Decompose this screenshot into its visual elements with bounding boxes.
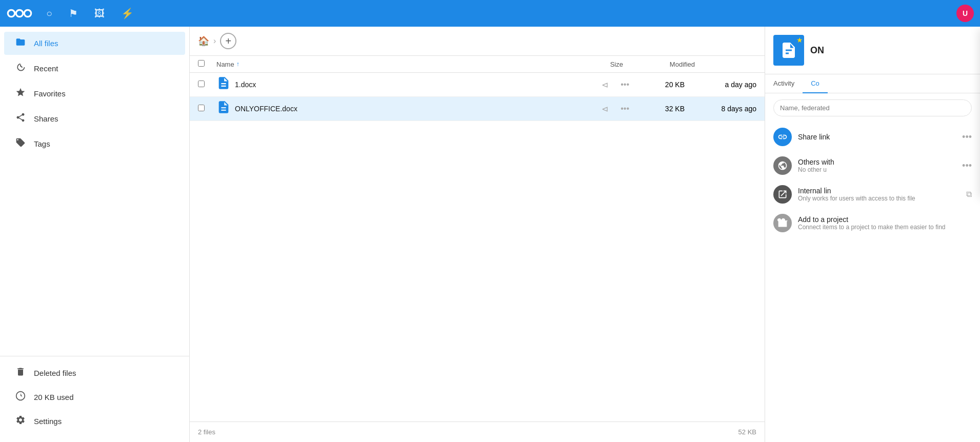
add-to-project-item[interactable]: Add to a project Connect items to a proj… bbox=[765, 209, 980, 237]
internal-link-item[interactable]: Internal lin Only works for users with a… bbox=[765, 180, 980, 209]
sidebar-item-all-files[interactable]: All files bbox=[4, 32, 185, 55]
breadcrumb: 🏠 › + bbox=[190, 27, 765, 56]
flag-icon[interactable]: ⚑ bbox=[66, 4, 81, 23]
others-icon bbox=[773, 156, 792, 175]
share-link-item[interactable]: Share link ••• bbox=[765, 123, 980, 151]
share-search-input[interactable] bbox=[773, 99, 972, 116]
file-onlyoffice-name: ONLYOFFICE.docx bbox=[235, 105, 597, 113]
select-all-checkbox[interactable] bbox=[198, 60, 205, 67]
sidebar-item-tags-label: Tags bbox=[34, 139, 50, 148]
internal-link-icon bbox=[773, 185, 792, 204]
file-table-footer: 2 files 52 KB bbox=[190, 421, 765, 442]
sidebar-item-deleted-files[interactable]: Deleted files bbox=[4, 361, 185, 385]
sidebar-item-deleted-label: Deleted files bbox=[34, 369, 76, 377]
name-column-label: Name bbox=[216, 61, 234, 68]
others-more-button[interactable]: ••• bbox=[962, 160, 972, 171]
sidebar-item-tags[interactable]: Tags bbox=[4, 132, 185, 155]
tab-collabora[interactable]: Co bbox=[803, 74, 828, 93]
others-subtitle: No other u bbox=[798, 166, 956, 173]
share-link-more-button[interactable]: ••• bbox=[962, 132, 972, 143]
internal-link-title: Internal lin bbox=[798, 187, 960, 195]
sidebar-item-storage[interactable]: 20 KB used bbox=[4, 386, 185, 409]
sidebar-item-shares-label: Shares bbox=[34, 114, 58, 123]
panel-file-icon: ★ bbox=[773, 35, 804, 66]
image-icon[interactable]: 🖼 bbox=[91, 5, 108, 23]
panel-filename: ON bbox=[810, 45, 824, 56]
settings-icon bbox=[14, 415, 27, 428]
breadcrumb-separator: › bbox=[213, 36, 216, 46]
table-row[interactable]: ONLYOFFICE.docx ⊲ ••• 32 KB 8 days ago bbox=[190, 97, 765, 121]
file-onlyoffice-more-button[interactable]: ••• bbox=[616, 102, 633, 115]
sort-arrow-icon: ↑ bbox=[236, 61, 239, 68]
share-icon bbox=[14, 112, 27, 125]
star-icon: ★ bbox=[796, 36, 803, 44]
modified-column-label: Modified bbox=[623, 61, 695, 68]
sidebar-item-shares[interactable]: Shares bbox=[4, 107, 185, 130]
share-link-icon bbox=[773, 128, 792, 146]
sidebar-item-settings-label: Settings bbox=[34, 417, 62, 426]
file-1-share-button[interactable]: ⊲ bbox=[597, 78, 612, 92]
file-1-checkbox[interactable] bbox=[198, 81, 205, 87]
svg-point-5 bbox=[25, 11, 30, 16]
project-icon bbox=[773, 214, 792, 232]
svg-point-3 bbox=[17, 11, 22, 16]
svg-point-1 bbox=[9, 11, 14, 16]
logo[interactable] bbox=[6, 5, 33, 22]
others-title: Others with bbox=[798, 158, 956, 166]
lightning-icon[interactable]: ⚡ bbox=[118, 4, 137, 23]
file-onlyoffice-share-button[interactable]: ⊲ bbox=[597, 102, 612, 116]
file-1-size: 20 KB bbox=[633, 81, 685, 89]
right-panel-wrapper: ★ ON Activity Co bbox=[765, 27, 980, 442]
sidebar-item-recent-label: Recent bbox=[34, 64, 58, 73]
total-size: 52 KB bbox=[738, 428, 756, 436]
others-with-item[interactable]: Others with No other u ••• bbox=[765, 151, 980, 180]
sidebar-item-all-files-label: All files bbox=[34, 39, 58, 48]
tab-activity[interactable]: Activity bbox=[765, 74, 803, 93]
file-table: 1.docx ⊲ ••• 20 KB a day ago ONLYOFFICE.… bbox=[190, 73, 765, 421]
sidebar-item-favorites[interactable]: Favorites bbox=[4, 82, 185, 105]
avatar[interactable]: U bbox=[956, 5, 974, 22]
circle-icon[interactable]: ○ bbox=[43, 5, 55, 23]
star-icon bbox=[14, 87, 27, 100]
main-layout: All files Recent Favorites Shares Tags bbox=[0, 27, 980, 442]
file-onlyoffice-modified: 8 days ago bbox=[685, 105, 756, 113]
table-row[interactable]: 1.docx ⊲ ••• 20 KB a day ago bbox=[190, 73, 765, 97]
internal-link-subtitle: Only works for users with access to this… bbox=[798, 195, 960, 202]
file-count: 2 files bbox=[198, 428, 215, 436]
tag-icon bbox=[14, 137, 27, 150]
file-onlyoffice-checkbox[interactable] bbox=[198, 105, 205, 111]
file-table-header: Name ↑ Size Modified bbox=[190, 56, 765, 73]
topbar: ○ ⚑ 🖼 ⚡ U bbox=[0, 0, 980, 27]
file-1-name: 1.docx bbox=[235, 81, 597, 89]
right-panel-header: ★ ON bbox=[765, 27, 980, 74]
file-1-more-button[interactable]: ••• bbox=[616, 78, 633, 91]
add-to-project-subtitle: Connect items to a project to make them … bbox=[798, 224, 972, 231]
right-panel: ★ ON Activity Co bbox=[765, 27, 980, 442]
file-1-modified: a day ago bbox=[685, 81, 756, 89]
share-link-title: Share link bbox=[798, 133, 956, 141]
sidebar-item-recent[interactable]: Recent bbox=[4, 57, 185, 80]
file-doc-icon bbox=[216, 100, 231, 117]
folder-icon bbox=[14, 37, 27, 50]
new-file-button[interactable]: + bbox=[220, 33, 236, 49]
internal-link-copy-button[interactable]: ⧉ bbox=[966, 190, 972, 199]
recent-icon bbox=[14, 62, 27, 75]
sidebar-item-favorites-label: Favorites bbox=[34, 89, 66, 98]
storage-icon bbox=[14, 391, 27, 404]
sidebar-item-settings[interactable]: Settings bbox=[4, 410, 185, 433]
share-search-row bbox=[765, 93, 980, 123]
trash-icon bbox=[14, 367, 27, 379]
file-onlyoffice-size: 32 KB bbox=[633, 105, 685, 113]
name-sort-button[interactable]: Name ↑ bbox=[216, 61, 572, 68]
sidebar-item-storage-label: 20 KB used bbox=[34, 393, 74, 401]
file-doc-icon bbox=[216, 76, 231, 93]
add-to-project-title: Add to a project bbox=[798, 215, 972, 224]
home-button[interactable]: 🏠 bbox=[198, 35, 209, 47]
sidebar: All files Recent Favorites Shares Tags bbox=[0, 27, 190, 442]
size-column-label: Size bbox=[572, 61, 623, 68]
content-area: 🏠 › + Name ↑ Size Modified bbox=[190, 27, 765, 442]
sidebar-bottom: Deleted files 20 KB used Settings bbox=[0, 356, 189, 442]
panel-tabs: Activity Co bbox=[765, 74, 980, 93]
